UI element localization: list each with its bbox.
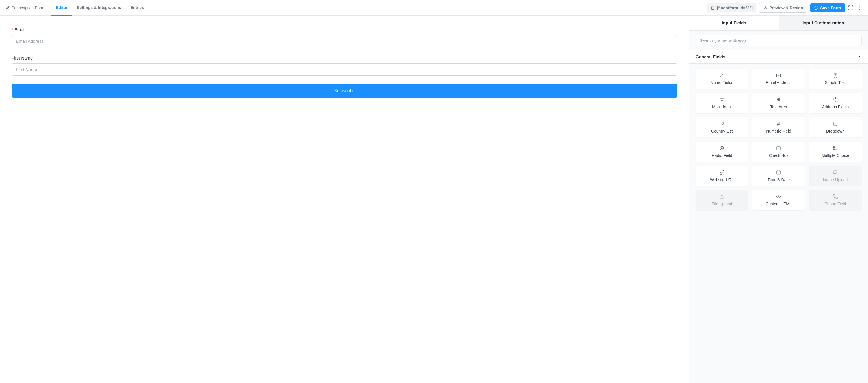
field-mask-input[interactable]: Mask Input xyxy=(695,93,748,113)
svg-point-3 xyxy=(859,5,860,6)
field-email-address-label: Email Address xyxy=(766,80,792,85)
svg-point-6 xyxy=(721,73,723,76)
form-name[interactable]: Subscription Form xyxy=(6,5,52,10)
pencil-icon xyxy=(6,6,10,10)
svg-point-9 xyxy=(835,98,836,100)
field-name-fields-label: Name Fields xyxy=(711,80,734,85)
field-radio-field[interactable]: Radio Field xyxy=(695,142,748,162)
field-website-url-label: Website URL xyxy=(710,177,734,182)
svg-rect-7 xyxy=(777,74,781,77)
svg-rect-18 xyxy=(833,147,834,148)
tab-settings-label: Settings & Integrations xyxy=(77,5,121,10)
keyboard-icon xyxy=(719,97,724,102)
field-country-list[interactable]: Country List xyxy=(695,117,748,138)
svg-point-1 xyxy=(765,7,766,8)
radio-icon xyxy=(719,146,724,151)
field-firstname[interactable]: First Name xyxy=(11,55,677,76)
field-email-address[interactable]: Email Address xyxy=(752,69,805,89)
dots-vertical-icon xyxy=(857,5,862,11)
svg-line-12 xyxy=(778,122,778,126)
submit-button[interactable]: Subscribe xyxy=(11,84,677,98)
field-mask-input-label: Mask Input xyxy=(712,105,732,109)
field-simple-text-label: Simple Text xyxy=(825,80,846,85)
sidebar-tab-customization[interactable]: Input Customization xyxy=(779,16,868,30)
link-icon xyxy=(719,170,724,175)
field-time-date-label: Time & Date xyxy=(768,177,790,182)
field-phone-field-label: Phone Field xyxy=(825,202,846,206)
form-canvas: *Email First Name Subscribe xyxy=(0,16,689,383)
form-name-text: Subscription Form xyxy=(11,5,44,10)
field-website-url[interactable]: Website URL xyxy=(695,166,748,186)
field-numeric-field[interactable]: Numeric Field xyxy=(752,117,805,138)
sidebar-tab-input-fields[interactable]: Input Fields xyxy=(689,16,779,30)
more-button[interactable] xyxy=(857,5,862,11)
map-pin-icon xyxy=(833,97,838,102)
field-image-upload-label: Image Upload xyxy=(823,177,848,182)
upload-icon xyxy=(719,194,724,199)
field-radio-field-label: Radio Field xyxy=(712,153,732,158)
preview-button[interactable]: Preview & Design xyxy=(759,3,808,13)
tab-entries[interactable]: Entries xyxy=(126,0,148,16)
tab-settings[interactable]: Settings & Integrations xyxy=(72,0,126,16)
shortcode-button[interactable]: [fluentform id="2"] xyxy=(707,3,756,12)
svg-line-13 xyxy=(779,122,780,126)
field-email[interactable]: *Email xyxy=(11,27,677,48)
field-custom-html[interactable]: Custom HTML xyxy=(752,190,805,210)
section-general-fields[interactable]: General Fields xyxy=(689,50,868,63)
field-dropdown-label: Dropdown xyxy=(826,129,845,134)
preview-button-label: Preview & Design xyxy=(769,5,803,10)
fullscreen-button[interactable] xyxy=(848,5,854,11)
hash-icon xyxy=(776,121,781,126)
paragraph-icon xyxy=(776,97,781,102)
field-name-fields[interactable]: Name Fields xyxy=(695,69,748,89)
flag-icon xyxy=(719,121,724,126)
save-button[interactable]: Save Form xyxy=(810,3,845,12)
svg-rect-0 xyxy=(712,7,714,9)
svg-rect-8 xyxy=(720,99,724,101)
mail-icon xyxy=(776,73,781,78)
code-icon xyxy=(776,194,781,199)
chevron-up-icon xyxy=(858,55,862,59)
sidebar-tab-customization-label: Input Customization xyxy=(802,20,844,25)
section-general-fields-label: General Fields xyxy=(695,54,725,59)
field-numeric-field-label: Numeric Field xyxy=(766,129,791,134)
email-label: *Email xyxy=(11,27,677,32)
field-check-box-label: Check Box xyxy=(769,153,788,158)
field-check-box[interactable]: Check Box xyxy=(752,142,805,162)
tab-entries-label: Entries xyxy=(130,5,144,10)
email-input[interactable] xyxy=(11,35,677,48)
sidebar-tab-input-fields-label: Input Fields xyxy=(722,20,746,25)
svg-rect-14 xyxy=(834,122,837,126)
firstname-input[interactable] xyxy=(11,63,677,76)
tab-editor[interactable]: Editor xyxy=(52,0,72,16)
svg-rect-22 xyxy=(777,171,780,174)
tab-editor-label: Editor xyxy=(56,5,68,10)
field-text-area[interactable]: Text Area xyxy=(752,93,805,113)
calendar-icon xyxy=(776,170,781,175)
svg-point-27 xyxy=(834,172,835,172)
field-country-list-label: Country List xyxy=(711,129,733,134)
copy-icon xyxy=(710,5,715,10)
field-file-upload[interactable]: File Upload xyxy=(695,190,748,210)
svg-rect-19 xyxy=(833,149,834,150)
svg-point-16 xyxy=(721,148,723,149)
save-button-label: Save Form xyxy=(820,5,841,10)
field-custom-html-label: Custom HTML xyxy=(766,202,792,206)
image-icon xyxy=(833,170,838,175)
field-phone-field[interactable]: Phone Field xyxy=(809,190,862,210)
field-multiple-choice[interactable]: Multiple Choice xyxy=(809,142,862,162)
field-file-upload-label: File Upload xyxy=(712,202,732,206)
svg-point-5 xyxy=(859,9,860,10)
field-image-upload[interactable]: Image Upload xyxy=(809,166,862,186)
caret-down-square-icon xyxy=(833,121,838,126)
field-address-fields-label: Address Fields xyxy=(822,105,849,109)
checkbox-icon xyxy=(776,146,781,151)
text-width-icon xyxy=(833,73,838,78)
field-address-fields[interactable]: Address Fields xyxy=(809,93,862,113)
field-dropdown[interactable]: Dropdown xyxy=(809,117,862,138)
field-simple-text[interactable]: Simple Text xyxy=(809,69,862,89)
user-icon xyxy=(719,73,724,78)
field-time-date[interactable]: Time & Date xyxy=(752,166,805,186)
fullscreen-icon xyxy=(848,5,854,11)
field-search-input[interactable] xyxy=(695,35,862,46)
